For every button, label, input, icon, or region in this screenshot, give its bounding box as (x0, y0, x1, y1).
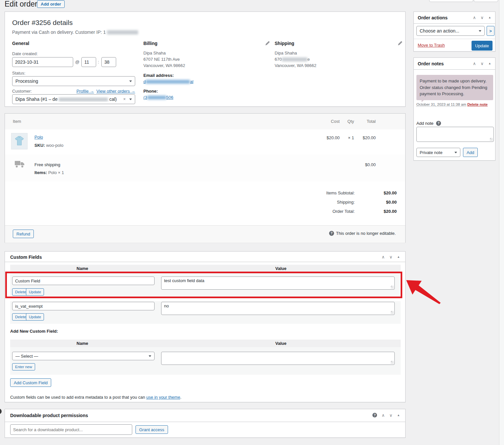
billing-phone-link[interactable]: (3506 (143, 95, 173, 100)
help-icon[interactable]: ? (436, 121, 441, 126)
note-date[interactable]: October 31, 2023 at 11:38 am (416, 102, 466, 107)
note-meta: October 31, 2023 at 11:38 am Delete note (416, 102, 488, 106)
subtotal-value: $20.00 (364, 190, 397, 195)
resize-grip-icon[interactable] (391, 361, 394, 364)
shipping-street: 670e (275, 57, 310, 62)
highlight-annotation-box (5, 272, 402, 298)
move-up-icon[interactable]: ∧ (473, 15, 476, 20)
downloadable-permissions-panel: Downloadable product permissions ? ∧ ∨ ▲… (5, 409, 406, 438)
edit-billing-pencil-icon[interactable] (265, 41, 270, 45)
refund-button[interactable]: Refund (13, 230, 34, 238)
shipping-method-name: Free shipping (34, 162, 60, 167)
redacted-customer-ip (107, 30, 138, 34)
chevron-down-icon (479, 30, 481, 32)
minute-input[interactable] (101, 57, 116, 67)
value-column-header: Value (164, 341, 397, 346)
subtotal-label: Items Subtotal: (300, 190, 355, 195)
add-note-textarea[interactable] (416, 127, 494, 142)
scrollbar[interactable] (499, 0, 504, 445)
add-order-button[interactable]: Add order (37, 0, 65, 8)
add-note-label-row: Add note ? (416, 121, 441, 126)
customer-select[interactable]: Dipa Shaha (#1 – de cal) × (12, 94, 135, 104)
resize-grip-icon[interactable] (490, 138, 493, 141)
custom-field-row: no Delete Update (10, 301, 401, 324)
add-custom-field-button[interactable]: Add Custom Field (10, 378, 51, 387)
billing-city: Vancouver, WA 98662 (143, 63, 185, 68)
update-button[interactable]: Update (472, 41, 493, 51)
chevron-down-icon (129, 80, 132, 82)
shipping-items: Items: Polo × 1 (34, 170, 64, 175)
chevron-down-icon (149, 355, 151, 357)
help-icon: ? (329, 231, 334, 236)
clear-selection-icon[interactable]: × (123, 97, 126, 101)
move-up-icon[interactable]: ∧ (473, 61, 476, 66)
redacted-phone (147, 96, 166, 100)
panel-controls: ∧ ∨ ▲ (382, 255, 400, 259)
qty-column-header: Qty (334, 119, 354, 124)
choose-action-select[interactable]: Choose an action... (416, 26, 485, 36)
move-up-icon[interactable]: ∧ (382, 255, 385, 259)
add-note-button[interactable]: Add (463, 148, 478, 157)
enter-new-button[interactable]: Enter new (12, 363, 35, 370)
view-other-orders-link[interactable]: View other orders → (96, 89, 135, 94)
shipping-heading: Shipping (275, 41, 294, 46)
panel-controls: ∧ ∨ ▲ (473, 15, 491, 20)
delete-note-link[interactable]: Delete note (467, 102, 488, 106)
billing-street: 6707 NE 117th Ave (143, 57, 180, 62)
resize-grip-icon[interactable] (391, 311, 394, 314)
move-down-icon[interactable]: ∨ (389, 413, 393, 417)
truck-icon (15, 160, 25, 168)
email-label: Email address: (143, 73, 174, 78)
update-button[interactable]: Update (26, 313, 44, 321)
name-column-header: Name (10, 266, 155, 271)
help-icon[interactable]: ? (372, 413, 377, 417)
help-tab[interactable] (474, 0, 498, 2)
note-bubble-tail (422, 99, 425, 102)
items-table-header: Item Cost Qty Total (5, 114, 405, 130)
toggle-panel-icon[interactable]: ▲ (397, 414, 400, 417)
custom-field-name-input[interactable] (12, 302, 155, 310)
new-field-value-textarea[interactable] (161, 352, 395, 365)
customer-links: Profile → View other orders → (12, 89, 135, 94)
page-title: Edit order (5, 0, 37, 9)
order-totals: Items Subtotal: $20.00 Shipping: $0.00 O… (5, 182, 405, 225)
toggle-panel-icon[interactable]: ▲ (488, 62, 491, 65)
screen-options-tab[interactable] (429, 0, 473, 2)
order-title: Order #3256 details (12, 19, 73, 27)
use-in-theme-link[interactable]: use in your theme (146, 395, 180, 400)
product-link[interactable]: Polo (34, 135, 43, 140)
move-up-icon[interactable]: ∧ (382, 413, 385, 417)
order-notes-panel: Order notes ∧ ∨ ▲ Payment to be made upo… (413, 57, 495, 161)
apply-action-button[interactable]: > (487, 26, 494, 36)
date-input[interactable] (12, 57, 73, 67)
field-name-select[interactable]: — Select — (12, 352, 155, 360)
item-qty: × 1 (334, 135, 354, 140)
order-total-value: $20.00 (364, 209, 397, 214)
grant-access-button[interactable]: Grant access (136, 425, 168, 434)
note-type-select[interactable]: Private note (416, 148, 460, 157)
move-down-icon[interactable]: ∨ (389, 255, 393, 259)
move-to-trash-link[interactable]: Move to Trash (418, 43, 445, 48)
chevron-down-icon (129, 99, 132, 100)
toggle-panel-icon[interactable]: ▲ (488, 16, 491, 19)
edit-shipping-pencil-icon[interactable] (398, 41, 403, 45)
move-down-icon[interactable]: ∨ (481, 15, 484, 20)
downloads-title: Downloadable product permissions (10, 413, 88, 418)
custom-field-value-textarea[interactable]: no (161, 302, 395, 315)
billing-email-link[interactable]: dal (143, 79, 193, 84)
redacted-customer-email (59, 98, 108, 101)
status-select[interactable]: Processing (12, 76, 135, 86)
move-down-icon[interactable]: ∨ (481, 61, 484, 66)
download-product-search-input[interactable] (10, 424, 132, 435)
toggle-panel-icon[interactable]: ▲ (397, 256, 400, 258)
total-column-header: Total (356, 119, 376, 124)
hour-input[interactable] (81, 57, 96, 67)
cursor-dot (0, 409, 2, 414)
order-notes-title: Order notes (418, 61, 444, 66)
at-symbol: @ (75, 59, 79, 64)
polo-shirt-image (14, 136, 25, 147)
billing-heading: Billing (143, 41, 158, 46)
shipping-total-value: $0.00 (364, 200, 397, 205)
profile-link[interactable]: Profile → (76, 89, 94, 94)
edit-order-page: Edit order Add order Order #3256 details… (0, 0, 504, 445)
